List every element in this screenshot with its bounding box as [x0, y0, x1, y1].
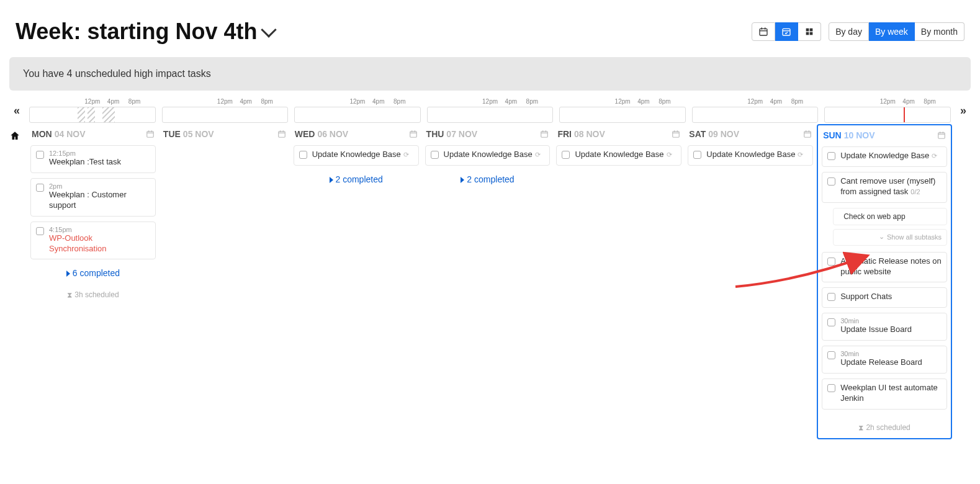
svg-rect-30 — [804, 132, 811, 137]
task-card[interactable]: 30minUpdate Issue Board — [822, 313, 947, 341]
task-checkbox[interactable] — [299, 151, 307, 159]
by-day-button[interactable]: By day — [829, 22, 869, 41]
day-label: WED06 NOV — [295, 129, 348, 139]
task-card[interactable]: Update Knowledge Base⟳ — [425, 145, 551, 166]
task-card[interactable]: Update Knowledge Base⟳ — [556, 145, 681, 166]
timeline-day[interactable]: 12pm4pm8pm — [559, 98, 686, 123]
task-title: Update Knowledge Base⟳ — [840, 151, 942, 161]
task-card[interactable]: 4:15pmWP-Outlook Synchronisation — [30, 222, 156, 260]
home-button[interactable] — [9, 128, 24, 141]
day-calendar-icon[interactable] — [409, 130, 418, 138]
timeline-tick: 12pm — [482, 98, 498, 105]
task-card[interactable]: 30minUpdate Release Board — [822, 346, 947, 374]
timeline-day[interactable]: 12pm4pm8pm — [692, 98, 819, 123]
day-column: SUN10 NOVUpdate Knowledge Base⟳Cant remo… — [817, 124, 952, 439]
show-all-subtasks-button[interactable]: ⌄Show all subtasks — [833, 229, 947, 246]
range-switch: By day By week By month — [829, 22, 964, 41]
task-card[interactable]: Update Knowledge Base⟳ — [688, 145, 813, 166]
task-checkbox[interactable] — [827, 177, 835, 186]
timeline-day[interactable]: 12pm4pm8pm — [427, 98, 554, 123]
day-header: FRI08 NOV — [556, 128, 681, 145]
day-label: MON04 NOV — [32, 129, 85, 139]
by-week-button[interactable]: By week — [869, 22, 915, 41]
timeline-tick: 8pm — [261, 98, 272, 105]
day-calendar-icon[interactable] — [277, 130, 286, 138]
home-icon — [9, 130, 20, 141]
task-checkbox[interactable] — [827, 318, 835, 326]
svg-rect-14 — [278, 132, 285, 137]
task-card[interactable]: Weekplan UI test automate Jenkin — [822, 379, 947, 410]
grid-view-button[interactable] — [798, 22, 821, 41]
timeline-day[interactable]: 12pm4pm8pm — [824, 98, 951, 123]
task-checkbox[interactable] — [827, 258, 835, 266]
svg-rect-10 — [147, 132, 154, 137]
timeline-day[interactable]: 12pm4pm8pm — [294, 98, 421, 123]
task-card[interactable]: Cant remove user (myself) from assigned … — [822, 172, 947, 203]
page-title: Week: starting Nov 4th — [16, 19, 257, 45]
task-card[interactable]: Support Chats — [822, 287, 947, 308]
day-calendar-icon[interactable] — [146, 130, 155, 138]
task-title: Update Knowledge Base⟳ — [312, 150, 413, 160]
task-time: 4:15pm — [49, 226, 150, 233]
recurring-icon: ⟳ — [798, 151, 803, 158]
task-checkbox[interactable] — [827, 384, 835, 392]
day-calendar-icon[interactable] — [803, 130, 812, 138]
task-title: Support Chats — [840, 292, 942, 302]
svg-rect-1 — [760, 30, 767, 31]
timeline-tick: 8pm — [526, 98, 538, 105]
view-mode-group — [752, 22, 821, 41]
task-checkbox[interactable] — [693, 151, 701, 159]
by-month-button[interactable]: By month — [915, 22, 964, 41]
day-header: SUN10 NOV — [822, 129, 947, 146]
task-checkbox[interactable] — [36, 227, 44, 235]
svg-rect-18 — [410, 132, 416, 137]
next-week-button[interactable]: » — [956, 104, 971, 117]
task-title: Automatic Release notes on public websit… — [840, 256, 942, 277]
timeline-day[interactable]: 12pm4pm8pm — [162, 98, 289, 123]
completed-toggle[interactable]: 2 completed — [425, 171, 551, 188]
task-card[interactable]: 2pmWeekplan : Customer support — [30, 178, 156, 217]
task-card[interactable]: 12:15pmWeekplan :Test task — [30, 145, 156, 173]
day-label: TUE05 NOV — [163, 129, 214, 139]
task-card[interactable]: Update Knowledge Base⟳ — [294, 145, 419, 166]
timeline-day[interactable]: 12pm4pm8pm — [29, 98, 156, 123]
timeline-tick: 12pm — [84, 98, 100, 105]
task-title: Weekplan UI test automate Jenkin — [840, 383, 942, 404]
day-calendar-icon[interactable] — [672, 130, 680, 138]
task-progress: 0/2 — [910, 188, 920, 195]
task-card[interactable]: Automatic Release notes on public websit… — [822, 252, 947, 283]
task-checkbox[interactable] — [562, 151, 570, 159]
task-checkbox[interactable] — [36, 184, 44, 192]
day-header: MON04 NOV — [30, 128, 156, 145]
task-checkbox[interactable] — [827, 351, 835, 359]
day-calendar-icon[interactable] — [540, 130, 549, 138]
day-label: SUN10 NOV — [823, 130, 874, 140]
task-checkbox[interactable] — [36, 151, 44, 159]
completed-toggle[interactable]: 2 completed — [294, 171, 419, 188]
svg-rect-34 — [938, 133, 945, 138]
day-label: THU07 NOV — [426, 129, 478, 139]
task-checkbox[interactable] — [827, 152, 835, 160]
task-title: Update Release Board — [840, 357, 942, 368]
day-label: FRI08 NOV — [557, 129, 605, 139]
prev-week-button[interactable]: « — [9, 104, 24, 117]
task-card[interactable]: Update Knowledge Base⟳ — [822, 146, 947, 167]
timeline-tick: 4pm — [107, 98, 119, 105]
timeline-tick: 12pm — [747, 98, 763, 105]
task-checkbox[interactable] — [431, 151, 439, 159]
svg-rect-7 — [810, 29, 813, 32]
svg-rect-9 — [810, 32, 813, 35]
completed-toggle[interactable]: 6 completed — [30, 264, 156, 282]
timeline-tick: 12pm — [615, 98, 631, 105]
title-dropdown-chevron-icon[interactable] — [261, 22, 277, 37]
calendar-view-button[interactable] — [752, 22, 775, 41]
timeline-tick: 12pm — [349, 98, 365, 105]
timeline-tick: 12pm — [880, 98, 896, 105]
task-title: Weekplan :Test task — [49, 157, 150, 168]
subtask-item[interactable]: Check on web app — [833, 208, 947, 225]
planner-view-button[interactable] — [775, 22, 798, 41]
day-calendar-icon[interactable] — [937, 131, 946, 140]
task-checkbox[interactable] — [827, 293, 835, 301]
unscheduled-banner[interactable]: You have 4 unscheduled high impact tasks — [9, 57, 971, 91]
svg-rect-0 — [760, 29, 767, 35]
